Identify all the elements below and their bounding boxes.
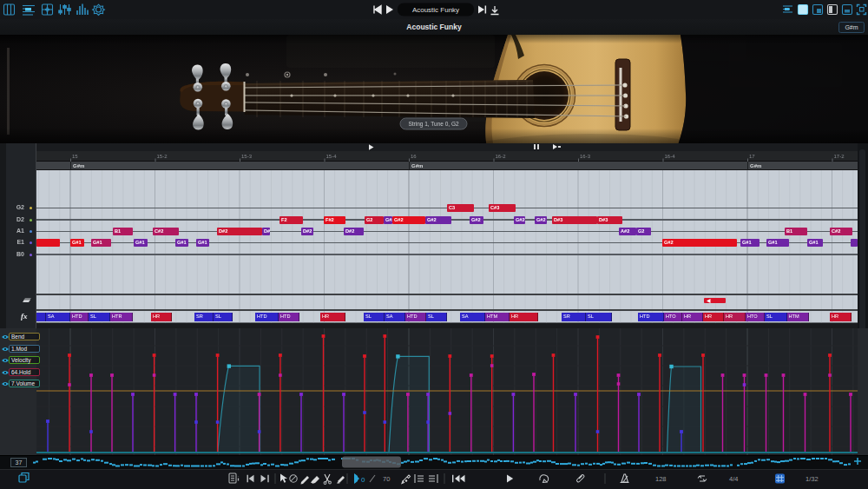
svg-text:128: 128 bbox=[655, 475, 667, 483]
svg-text:0: 0 bbox=[361, 476, 365, 484]
svg-text:4/4: 4/4 bbox=[729, 475, 738, 483]
svg-text:70: 70 bbox=[383, 475, 390, 483]
svg-text:1/32: 1/32 bbox=[806, 475, 819, 483]
